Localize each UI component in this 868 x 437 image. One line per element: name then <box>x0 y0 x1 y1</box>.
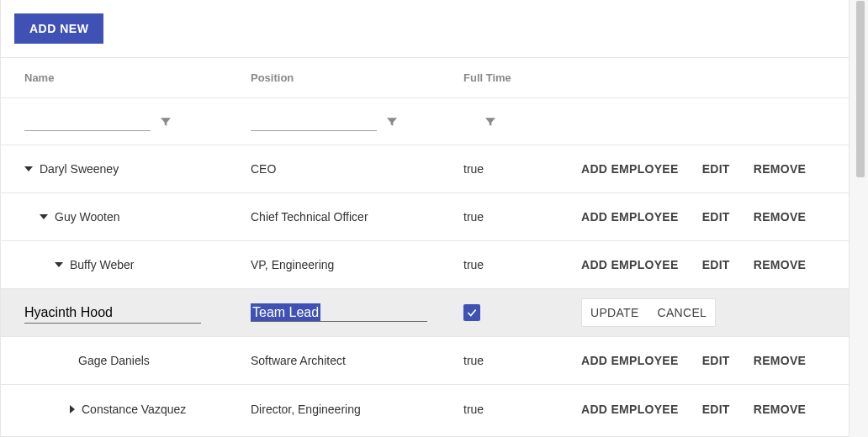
edit-button[interactable]: EDIT <box>702 162 730 176</box>
position-cell: Director, Engineering <box>251 403 361 416</box>
filter-name-input[interactable] <box>24 113 151 131</box>
scrollbar-thumb[interactable] <box>856 1 865 177</box>
add-employee-button[interactable]: ADD EMPLOYEE <box>581 354 679 367</box>
remove-button[interactable]: REMOVE <box>754 258 806 271</box>
remove-button[interactable]: REMOVE <box>754 403 806 416</box>
fulltime-cell: true <box>463 162 484 176</box>
position-cell: Software Architect <box>251 354 346 367</box>
fulltime-cell: true <box>463 403 484 416</box>
fulltime-cell: true <box>463 258 484 271</box>
fulltime-cell: true <box>463 210 484 224</box>
remove-button[interactable]: REMOVE <box>754 210 806 224</box>
add-employee-button[interactable]: ADD EMPLOYEE <box>581 258 679 271</box>
filter-icon[interactable] <box>159 115 172 129</box>
column-header-name[interactable]: Name <box>1 58 251 97</box>
position-cell: Chief Technical Officer <box>251 210 368 224</box>
grid-header-row: Name Position Full Time <box>1 58 849 98</box>
position-cell: VP, Engineering <box>251 258 334 271</box>
filter-icon[interactable] <box>484 115 497 129</box>
column-header-fulltime[interactable]: Full Time <box>463 58 573 97</box>
filter-position-input[interactable] <box>251 113 377 131</box>
edit-button[interactable]: EDIT <box>702 258 730 271</box>
position-cell: CEO <box>251 162 276 176</box>
name-cell: Guy Wooten <box>55 210 120 224</box>
edit-name-input[interactable] <box>24 303 201 324</box>
edit-position-input[interactable]: Team Lead <box>251 303 320 321</box>
table-row: Guy Wooten Chief Technical Officer true … <box>1 193 849 241</box>
name-cell: Buffy Weber <box>70 258 135 271</box>
add-new-button[interactable]: ADD NEW <box>14 13 103 44</box>
edit-button[interactable]: EDIT <box>702 210 730 224</box>
name-cell: Constance Vazquez <box>82 403 186 416</box>
expand-toggle-icon[interactable] <box>55 262 63 267</box>
name-cell: Gage Daniels <box>78 354 150 367</box>
expand-toggle-icon[interactable] <box>24 166 33 171</box>
edit-actions-panel: UPDATE CANCEL <box>581 298 716 327</box>
update-button[interactable]: UPDATE <box>590 306 639 319</box>
table-row: Constance Vazquez Director, Engineering … <box>1 385 849 433</box>
filter-row <box>1 98 849 145</box>
table-row: Gage Daniels Software Architect true ADD… <box>1 337 849 385</box>
table-row: Daryl Sweeney CEO true ADD EMPLOYEE EDIT… <box>1 145 849 193</box>
table-row-editing: Team Lead UPDATE CANCEL <box>1 289 849 337</box>
name-cell: Daryl Sweeney <box>40 162 119 176</box>
expand-toggle-icon[interactable] <box>70 405 75 413</box>
remove-button[interactable]: REMOVE <box>754 354 806 367</box>
remove-button[interactable]: REMOVE <box>754 162 806 176</box>
edit-button[interactable]: EDIT <box>702 354 730 367</box>
edit-button[interactable]: EDIT <box>702 403 730 416</box>
add-employee-button[interactable]: ADD EMPLOYEE <box>581 210 679 224</box>
expand-toggle-icon[interactable] <box>40 214 48 219</box>
table-row: Buffy Weber VP, Engineering true ADD EMP… <box>1 241 849 289</box>
add-employee-button[interactable]: ADD EMPLOYEE <box>581 162 679 176</box>
filter-icon[interactable] <box>385 115 399 129</box>
column-header-position[interactable]: Position <box>251 58 463 97</box>
cancel-button[interactable]: CANCEL <box>658 306 707 319</box>
vertical-scrollbar[interactable] <box>849 0 868 437</box>
toolbar: ADD NEW <box>1 0 849 58</box>
fulltime-cell: true <box>463 354 484 367</box>
add-employee-button[interactable]: ADD EMPLOYEE <box>581 403 679 416</box>
edit-fulltime-checkbox[interactable] <box>463 304 480 321</box>
